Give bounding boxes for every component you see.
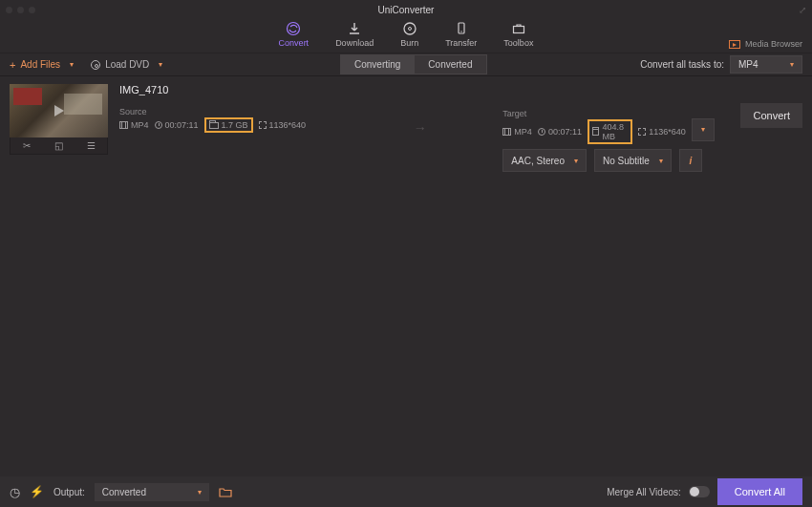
output-label: Output: [53, 487, 85, 497]
status-tabs: Converting Converted [340, 54, 487, 74]
video-thumbnail[interactable] [10, 84, 108, 137]
load-dvd-dropdown[interactable]: ▾ [155, 60, 166, 69]
size-icon [592, 129, 600, 136]
chevron-down-icon: ▾ [659, 157, 663, 165]
tab-toolbox[interactable]: Toolbox [503, 21, 533, 48]
output-format-select[interactable]: MP4 ▾ [730, 55, 802, 74]
tab-converting[interactable]: Converting [340, 54, 414, 74]
tab-transfer[interactable]: Transfer [445, 21, 477, 48]
bottom-bar: ◷ ⚡ Output: Converted ▾ Merge All Videos… [0, 476, 812, 507]
target-format: MP4 [514, 127, 532, 137]
tab-toolbox-label: Toolbox [503, 38, 533, 48]
chevron-down-icon: ▾ [574, 157, 578, 165]
merge-videos-label: Merge All Videos: [607, 487, 681, 497]
effects-button[interactable]: ☰ [87, 140, 96, 151]
size-icon [209, 122, 219, 129]
tab-transfer-label: Transfer [445, 38, 477, 48]
svg-point-0 [288, 23, 300, 35]
plus-icon: + [10, 59, 15, 71]
window-controls[interactable] [6, 7, 35, 13]
convert-all-tasks-label: Convert all tasks to: [640, 59, 724, 70]
tab-converted[interactable]: Converted [414, 54, 486, 74]
tab-download[interactable]: Download [335, 21, 374, 48]
file-name: IMG_4710 [119, 84, 337, 95]
file-list: ✂ ◱ ☰ IMG_4710 Source MP4 00:07:11 1.7 G… [0, 76, 812, 476]
target-resolution: 1136*640 [649, 127, 686, 137]
svg-point-2 [408, 28, 411, 31]
resolution-icon [259, 121, 267, 129]
source-resolution: 1136*640 [269, 120, 307, 130]
chevron-down-icon: ▾ [701, 125, 705, 134]
sub-toolbar: + Add Files ▾ Load DVD ▾ Converting Conv… [0, 53, 812, 76]
target-duration: 00:07:11 [548, 127, 582, 137]
load-dvd-button[interactable]: Load DVD [91, 59, 149, 70]
main-toolbar: Convert Download Burn Transfer Toolbox [0, 19, 812, 53]
toolbox-icon [511, 21, 526, 36]
chevron-down-icon: ▾ [790, 60, 794, 69]
title-bar: UniConverter ⤢ [0, 0, 812, 19]
thumbnail-tools: ✂ ◱ ☰ [10, 137, 108, 155]
output-folder-select[interactable]: Converted ▾ [95, 483, 209, 501]
conversion-arrow: → [337, 84, 502, 172]
info-button[interactable]: i [679, 149, 702, 172]
tab-burn-label: Burn [400, 38, 418, 48]
file-row: ✂ ◱ ☰ IMG_4710 Source MP4 00:07:11 1.7 G… [0, 76, 812, 172]
target-settings-button[interactable]: ▾ [692, 118, 715, 141]
media-browser-label: Media Browser [745, 39, 802, 49]
add-files-button[interactable]: + Add Files [10, 59, 60, 71]
tab-convert-label: Convert [279, 38, 310, 48]
maximize-icon[interactable] [29, 7, 35, 13]
svg-point-1 [404, 23, 416, 34]
minimize-icon[interactable] [17, 7, 24, 13]
tab-download-label: Download [335, 38, 374, 48]
tab-convert[interactable]: Convert [279, 21, 310, 48]
download-icon [347, 21, 362, 36]
audio-value: AAC, Stereo [511, 156, 565, 166]
burn-icon [402, 21, 417, 36]
subtitle-value: No Subtitle [603, 156, 650, 166]
format-icon [119, 121, 128, 129]
convert-button[interactable]: Convert [740, 103, 802, 128]
convert-icon [286, 21, 301, 36]
expand-icon[interactable]: ⤢ [799, 5, 806, 15]
output-folder-value: Converted [102, 487, 146, 497]
chevron-down-icon: ▾ [198, 488, 202, 496]
svg-point-4 [460, 31, 461, 32]
source-duration: 00:07:11 [165, 120, 199, 130]
trim-button[interactable]: ✂ [23, 140, 31, 151]
convert-all-button[interactable]: Convert All [717, 478, 802, 505]
play-icon [54, 105, 64, 116]
svg-rect-5 [513, 27, 524, 33]
media-browser-icon [729, 40, 740, 49]
add-files-dropdown[interactable]: ▾ [66, 60, 77, 69]
transfer-icon [454, 21, 469, 36]
add-files-label: Add Files [20, 59, 60, 70]
source-meta: MP4 00:07:11 1.7 GB 1136*640 [119, 120, 337, 130]
source-label: Source [119, 107, 337, 116]
subtitle-select[interactable]: No Subtitle ▾ [594, 149, 672, 172]
tab-burn[interactable]: Burn [400, 21, 418, 48]
target-meta: MP4 00:07:11 404.8 MB 1136*640 [502, 122, 685, 141]
output-format-value: MP4 [738, 59, 759, 70]
source-format: MP4 [131, 120, 149, 130]
window-title: UniConverter [378, 5, 435, 15]
open-folder-button[interactable] [219, 487, 232, 497]
resolution-icon [638, 128, 646, 136]
disc-icon [91, 60, 100, 70]
target-size: 404.8 MB [602, 122, 628, 141]
clock-icon [155, 121, 162, 129]
close-icon[interactable] [6, 7, 12, 13]
audio-select[interactable]: AAC, Stereo ▾ [502, 149, 587, 172]
target-label: Target [502, 109, 715, 118]
format-icon [502, 128, 511, 136]
clock-icon [538, 128, 545, 136]
source-size: 1.7 GB [222, 120, 248, 130]
crop-button[interactable]: ◱ [54, 140, 63, 151]
merge-videos-toggle[interactable] [689, 486, 710, 497]
gpu-accel-button[interactable]: ⚡ [30, 485, 44, 498]
schedule-button[interactable]: ◷ [10, 485, 20, 499]
load-dvd-label: Load DVD [105, 59, 149, 70]
media-browser-button[interactable]: Media Browser [729, 39, 802, 49]
